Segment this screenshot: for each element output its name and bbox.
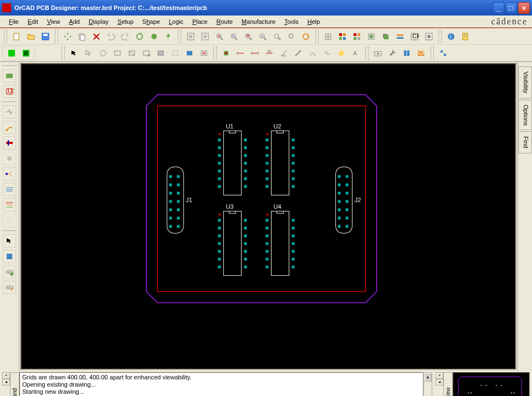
console-collapse-button[interactable]: ◂ (2, 379, 10, 385)
zoom-select-button[interactable] (270, 30, 284, 43)
zoom-prev-button[interactable] (285, 30, 298, 43)
dimension-button[interactable] (248, 47, 262, 60)
minimap-collapse-button[interactable]: ◂ (436, 379, 443, 385)
console-close-button[interactable]: × (2, 372, 10, 379)
select2-button[interactable] (183, 47, 196, 60)
minimize-button[interactable]: _ (493, 2, 504, 14)
delete-button[interactable] (90, 30, 103, 43)
vbtn-pointer[interactable] (3, 234, 16, 248)
menu-display[interactable]: Display (84, 17, 113, 26)
menu-shape[interactable]: Shape (138, 17, 165, 26)
select-button[interactable] (82, 47, 95, 60)
spline-button[interactable] (320, 47, 334, 60)
zoom-world-button[interactable] (198, 30, 212, 43)
menu-place[interactable]: Place (188, 17, 212, 26)
odb-button[interactable]: ODB (415, 47, 428, 60)
console-scrollbar[interactable]: ▴▾ (423, 372, 432, 396)
shape-edit-button[interactable] (140, 47, 153, 60)
void-button[interactable] (168, 47, 182, 60)
menu-tools[interactable]: Tools (280, 17, 303, 26)
shadow-button[interactable] (379, 30, 392, 43)
tab-options[interactable]: Options (518, 100, 532, 131)
minimap-close-button[interactable]: × (436, 372, 443, 379)
vbtn-spread[interactable] (3, 198, 16, 212)
menu-file[interactable]: File (4, 17, 23, 26)
vbtn-net[interactable] (3, 105, 16, 119)
menu-manufacture[interactable]: Manufacture (237, 17, 280, 26)
angle-button[interactable] (277, 47, 290, 60)
prm-button[interactable] (422, 30, 436, 43)
redraw-button[interactable] (299, 30, 313, 43)
camera-button[interactable] (371, 47, 385, 60)
line-button[interactable] (291, 47, 305, 60)
vbtn-fanout[interactable] (3, 167, 16, 181)
open-button[interactable] (24, 30, 38, 43)
svg-text:A: A (353, 50, 357, 56)
vbtn-sym[interactable]: U1 (3, 85, 16, 98)
wrench-button[interactable] (386, 47, 399, 60)
design-canvas[interactable]: J1 J2 (21, 63, 516, 370)
zoom-in2-button[interactable]: + (242, 30, 255, 43)
xsect-button[interactable] (393, 30, 407, 43)
general-edit-button[interactable] (19, 47, 33, 60)
viewlog-button[interactable] (147, 30, 161, 43)
menu-add[interactable]: Add (64, 17, 84, 26)
vbtn-slide[interactable] (3, 136, 16, 150)
report-button[interactable] (459, 30, 472, 43)
pin-button[interactable] (162, 30, 175, 43)
refresh-button[interactable] (133, 30, 146, 43)
vbtn-diff[interactable] (3, 214, 16, 227)
zoom-out2-button[interactable]: - (256, 30, 269, 43)
arc-button[interactable] (306, 47, 319, 60)
svg-rect-161 (265, 185, 268, 188)
arrow-tool-button[interactable] (68, 47, 81, 60)
maximize-button[interactable]: □ (505, 2, 517, 14)
menu-route[interactable]: Route (212, 17, 237, 26)
menu-edit[interactable]: Edit (23, 17, 43, 26)
new-button[interactable] (10, 30, 23, 43)
assign-button[interactable] (437, 47, 450, 60)
move-button[interactable] (61, 30, 74, 43)
grid-button[interactable] (321, 30, 335, 43)
zoom-out-button[interactable] (227, 30, 241, 43)
color1-button[interactable] (336, 30, 349, 43)
book-button[interactable] (400, 47, 413, 60)
save-button[interactable] (39, 30, 52, 43)
rect2-button[interactable] (125, 47, 139, 60)
zoom-fit-button[interactable] (184, 30, 197, 43)
layers-button[interactable] (365, 30, 378, 43)
close-button[interactable]: × (518, 2, 530, 14)
worldview-minimap[interactable] (453, 372, 530, 396)
redo-button[interactable] (119, 30, 132, 43)
color2-button[interactable] (350, 30, 364, 43)
vbtn-hilite[interactable] (3, 250, 16, 263)
info-button[interactable]: i (444, 30, 458, 43)
menu-help[interactable]: Help (303, 17, 325, 26)
vbtn-text2[interactable]: abc (3, 281, 16, 294)
vbtn-via[interactable] (3, 152, 16, 165)
vbtn-text1[interactable]: abc (3, 265, 16, 279)
place-button[interactable] (219, 47, 233, 60)
vbtn-route[interactable] (3, 121, 16, 134)
rect-button[interactable] (111, 47, 124, 60)
tab-visibility[interactable]: Visibility (518, 66, 532, 99)
dimline-button[interactable] (234, 47, 247, 60)
circle-button[interactable] (96, 47, 110, 60)
dim-edit-button[interactable] (263, 47, 276, 60)
constraint-button[interactable]: CM (408, 30, 421, 43)
undo-button[interactable] (104, 30, 117, 43)
poly-button[interactable] (154, 47, 167, 60)
zoom-in-button[interactable] (213, 30, 226, 43)
drc-button[interactable] (335, 47, 348, 60)
del-shape-button[interactable] (197, 47, 211, 60)
tab-find[interactable]: Find (518, 131, 532, 153)
vbtn-comp[interactable] (3, 69, 16, 83)
copy-button[interactable] (75, 30, 89, 43)
menu-logic[interactable]: Logic (165, 17, 188, 26)
menu-setup[interactable]: Setup (113, 17, 138, 26)
command-console[interactable]: Grids are drawn 400.00, 400.00 apart for… (19, 372, 423, 396)
vbtn-bus[interactable] (3, 183, 16, 196)
menu-view[interactable]: View (43, 17, 65, 26)
etch-edit-button[interactable] (5, 47, 18, 60)
text-button[interactable]: A (349, 47, 362, 60)
